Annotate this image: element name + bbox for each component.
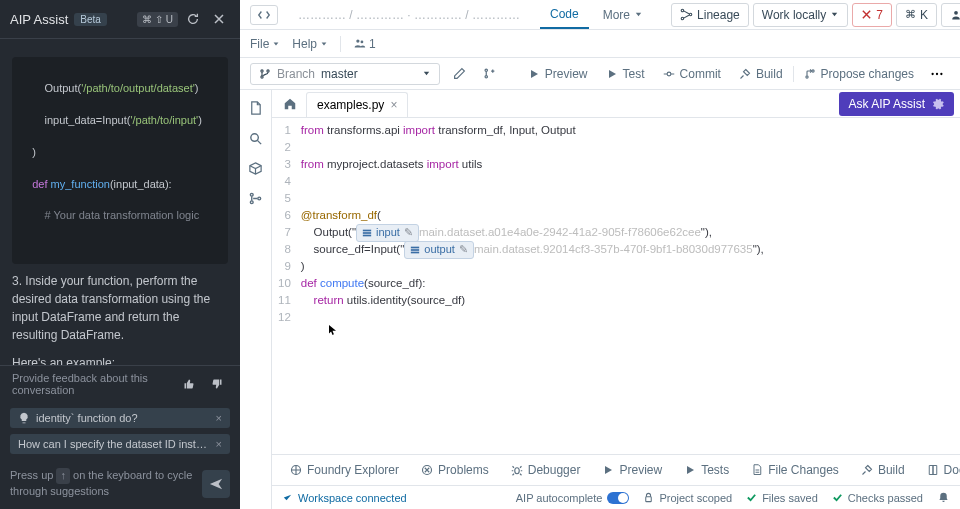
checks-status: Checks passed bbox=[832, 492, 923, 504]
tab-more[interactable]: More bbox=[593, 2, 653, 28]
panel-tab-debugger[interactable]: Debugger bbox=[503, 458, 589, 482]
svg-point-16 bbox=[931, 72, 933, 74]
panel-tab-problems[interactable]: Problems bbox=[413, 458, 497, 482]
workspace-status[interactable]: Workspace connected bbox=[282, 492, 407, 504]
svg-point-8 bbox=[261, 69, 263, 71]
close-sidebar-button[interactable] bbox=[208, 8, 230, 30]
close-tab-icon[interactable]: × bbox=[390, 98, 397, 112]
package-icon[interactable] bbox=[244, 156, 268, 180]
gutter: 123 456 789 101112 bbox=[272, 118, 301, 454]
svg-point-9 bbox=[261, 75, 263, 77]
files-saved-status: Files saved bbox=[746, 492, 818, 504]
panel-tab-docs[interactable]: Docs bbox=[919, 458, 960, 482]
notifications-button[interactable] bbox=[937, 491, 950, 504]
code-content[interactable]: from transforms.api import transform_df,… bbox=[301, 118, 764, 454]
suggestion-chip-2[interactable]: How can I specify the dataset ID instead… bbox=[10, 434, 230, 454]
file-tabs: examples.py × Ask AIP Assist bbox=[272, 90, 960, 118]
code-editor[interactable]: 123 456 789 101112 from transforms.api i… bbox=[272, 118, 960, 454]
shortcut-badge: ⌘ ⇧ U bbox=[137, 12, 178, 27]
status-strip: Workspace connected AIP autocomplete Pro… bbox=[272, 485, 960, 509]
send-button[interactable] bbox=[202, 470, 230, 498]
panel-tab-tests[interactable]: Tests bbox=[676, 458, 737, 482]
code-snippet-1: Output('/path/to/output/dataset') input_… bbox=[12, 57, 228, 264]
sidebar-header: AIP Assist Beta ⌘ ⇧ U bbox=[0, 0, 240, 39]
gear-icon[interactable] bbox=[931, 97, 944, 110]
svg-rect-28 bbox=[411, 252, 419, 254]
more-actions-button[interactable] bbox=[924, 63, 950, 85]
breadcrumb[interactable]: ………… / ………… · ………… / ………… bbox=[298, 8, 520, 22]
suggestion-chip-1[interactable]: identity` function do? × bbox=[10, 408, 230, 428]
editor-wrap: examples.py × Ask AIP Assist 123 456 789… bbox=[272, 90, 960, 509]
menu-bar: File Help 1 bbox=[240, 30, 960, 58]
svg-point-6 bbox=[356, 39, 359, 42]
file-tab-examples[interactable]: examples.py × bbox=[306, 92, 408, 117]
svg-point-12 bbox=[485, 76, 487, 78]
panel-tab-preview[interactable]: Preview bbox=[594, 458, 670, 482]
file-rail bbox=[240, 90, 272, 509]
sidebar-title: AIP Assist bbox=[10, 12, 68, 27]
svg-point-11 bbox=[485, 69, 487, 71]
autocomplete-toggle[interactable]: AIP autocomplete bbox=[516, 492, 630, 504]
aip-sidebar: AIP Assist Beta ⌘ ⇧ U Output('/path/to/o… bbox=[0, 0, 240, 509]
new-branch-button[interactable] bbox=[478, 63, 500, 85]
panel-tab-explorer[interactable]: Foundry Explorer bbox=[282, 458, 407, 482]
preview-button[interactable]: Preview bbox=[520, 63, 596, 85]
svg-rect-25 bbox=[363, 235, 371, 237]
test-button[interactable]: Test bbox=[598, 63, 653, 85]
menu-users[interactable]: 1 bbox=[353, 37, 376, 51]
project-scope[interactable]: Project scoped bbox=[643, 492, 732, 504]
code-view-toggle[interactable] bbox=[250, 5, 278, 25]
pencil-icon[interactable]: ✎ bbox=[404, 225, 413, 241]
refresh-button[interactable] bbox=[182, 8, 204, 30]
pencil-icon[interactable]: ✎ bbox=[459, 242, 468, 258]
tab-code[interactable]: Code bbox=[540, 1, 589, 29]
share-button[interactable]: Share bbox=[941, 3, 960, 27]
panel-tab-build[interactable]: Build bbox=[853, 458, 913, 482]
sidebar-body[interactable]: Output('/path/to/output/dataset') input_… bbox=[0, 39, 240, 365]
work-locally-button[interactable]: Work locally bbox=[753, 3, 848, 27]
dataset-badge-input[interactable]: input✎ bbox=[356, 224, 419, 242]
git-icon[interactable] bbox=[244, 186, 268, 210]
svg-point-3 bbox=[689, 13, 691, 15]
build-button[interactable]: Build bbox=[731, 63, 791, 85]
suggestion-chips: identity` function do? × How can I speci… bbox=[0, 402, 240, 460]
ask-aip-button[interactable]: Ask AIP Assist bbox=[839, 92, 954, 116]
svg-rect-34 bbox=[646, 497, 652, 502]
menu-help[interactable]: Help bbox=[292, 37, 328, 51]
menu-file[interactable]: File bbox=[250, 37, 280, 51]
lineage-button[interactable]: Lineage bbox=[671, 3, 749, 27]
svg-rect-26 bbox=[411, 247, 419, 249]
svg-point-21 bbox=[250, 200, 253, 203]
home-tab[interactable] bbox=[278, 92, 302, 116]
propose-button[interactable]: Propose changes bbox=[796, 63, 922, 85]
top-header: ………… / ………… · ………… / ………… Code More Line… bbox=[240, 0, 960, 30]
commit-button[interactable]: Commit bbox=[655, 63, 729, 85]
toggle-switch[interactable] bbox=[607, 492, 629, 504]
action-bar: Branch master Preview Test Commit bbox=[240, 58, 960, 90]
files-icon[interactable] bbox=[244, 96, 268, 120]
dataset-badge-output[interactable]: output✎ bbox=[404, 241, 474, 259]
cursor-icon bbox=[329, 325, 336, 335]
step-3-text: 3. Inside your function, perform the des… bbox=[12, 272, 228, 344]
feedback-row: Provide feedback about this conversation bbox=[0, 365, 240, 402]
branch-selector[interactable]: Branch master bbox=[250, 63, 440, 85]
edit-branch-button[interactable] bbox=[448, 63, 470, 85]
thumbs-down-button[interactable] bbox=[206, 373, 228, 395]
svg-point-10 bbox=[267, 69, 269, 71]
thumbs-up-button[interactable] bbox=[178, 373, 200, 395]
keyboard-button[interactable]: ⌘K bbox=[896, 3, 937, 27]
search-icon[interactable] bbox=[244, 126, 268, 150]
svg-point-22 bbox=[258, 197, 261, 200]
svg-rect-27 bbox=[411, 249, 419, 251]
chip-close-icon[interactable]: × bbox=[216, 412, 222, 424]
svg-point-31 bbox=[514, 468, 519, 474]
sidebar-footer: Press up ↑ on the keyboard to cycle thro… bbox=[0, 460, 240, 509]
svg-rect-23 bbox=[363, 230, 371, 232]
svg-point-14 bbox=[805, 75, 807, 77]
svg-point-7 bbox=[361, 40, 364, 43]
feedback-label: Provide feedback about this conversation bbox=[12, 372, 170, 396]
panel-tab-changes[interactable]: File Changes bbox=[743, 458, 847, 482]
warnings-button[interactable]: 7 bbox=[852, 3, 892, 27]
svg-point-1 bbox=[681, 9, 683, 11]
chip-close-icon[interactable]: × bbox=[216, 438, 222, 450]
